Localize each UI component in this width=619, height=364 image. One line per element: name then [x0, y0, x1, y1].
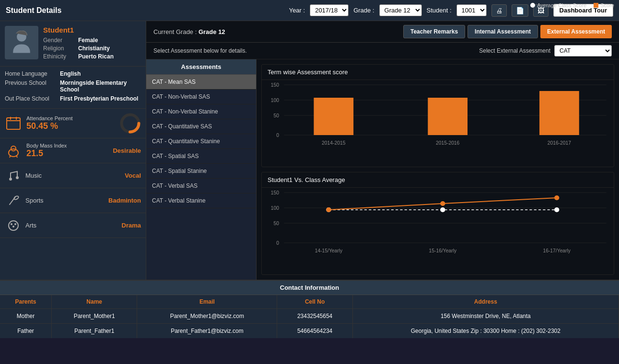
mother-parent: Mother	[0, 309, 52, 324]
sports-value: Badminton	[108, 197, 141, 204]
previous-school-label: Previous School	[5, 80, 60, 93]
sports-block: Sports Badminton	[0, 188, 146, 213]
current-grade-label: Current Grade :	[153, 28, 197, 35]
teacher-remarks-button[interactable]: Teacher Remarks	[403, 25, 465, 38]
charts-area: Term wise Assessment score 150 100 50	[257, 59, 619, 280]
assessment-item-cat-quantitative-sas[interactable]: CAT - Quantitative SAS	[146, 119, 256, 134]
header: Student Details Year : 2017/18 Grade : G…	[0, 0, 619, 21]
year-label: Year :	[289, 7, 305, 14]
assessment-item-cat-nonverbal-stanine[interactable]: CAT - Non-Verbal Stanine	[146, 104, 256, 119]
assessment-item-cat-mean-sas[interactable]: CAT - Mean SAS	[146, 75, 256, 90]
col-email: Email	[137, 295, 277, 309]
contact-table-header-row: Parents Name Email Cell No Address	[0, 295, 619, 309]
arts-value: Drama	[122, 222, 141, 229]
grade-select[interactable]: Grade 12	[379, 4, 422, 16]
svg-line-43	[443, 198, 557, 204]
svg-rect-29	[539, 91, 579, 135]
print-icon-button[interactable]: 🖨	[491, 4, 507, 17]
out-place-school-label: Out Place School	[5, 95, 60, 102]
mother-address: 156 Westminster Drive, NE, Atlanta	[352, 309, 619, 324]
avatar	[5, 26, 38, 59]
svg-text:15-16/Yearly: 15-16/Yearly	[429, 248, 457, 253]
bmi-value: 21.5	[26, 148, 108, 159]
assessment-buttons: Teacher Remarks Internal Assessment Exte…	[403, 25, 612, 38]
svg-text:2015-2016: 2015-2016	[436, 140, 460, 146]
contact-table-body: Mother Parent_Mother1 Parent_Mother1@biz…	[0, 309, 619, 339]
pdf-icon-button[interactable]: 📄	[512, 4, 528, 17]
out-place-school-row: Out Place School First Presbyterian Pres…	[5, 95, 141, 102]
home-language-value: English	[60, 70, 81, 77]
col-cell: Cell No	[277, 295, 352, 309]
student-name: Student1	[43, 26, 114, 34]
assessment-sub-label: Select Assessment below for details.	[153, 47, 247, 54]
svg-line-42	[328, 204, 443, 210]
previous-school-value: Morningside Elementary School	[60, 80, 141, 93]
religion-label: Religion	[43, 45, 74, 52]
grade-label: Grade :	[353, 7, 374, 14]
external-assessment-select[interactable]: CAT	[554, 45, 612, 57]
home-language-label: Home Language	[5, 70, 60, 77]
assessment-item-cat-nonverbal-sas[interactable]: CAT - Non-Verbal SAS	[146, 90, 256, 104]
page-title: Student Details	[6, 6, 289, 15]
assessment-item-cat-verbal-stanine[interactable]: CAT - Verbal Stanine	[146, 193, 256, 208]
comparison-chart-section: Student1 Vs. Class Average Average Class…	[261, 172, 614, 275]
svg-point-17	[14, 223, 16, 225]
assessment-item-cat-spatial-sas[interactable]: CAT - Spatial SAS	[146, 149, 256, 164]
mother-cell: 23432545654	[277, 309, 352, 324]
bmi-block: Body Mass Index 21.5 Desirable	[0, 138, 146, 163]
student-info: Student1 Gender Female Religion Christia…	[43, 26, 114, 61]
contact-row-father: Father Parent_Father1 Parent_Father1@biz…	[0, 324, 619, 339]
svg-text:150: 150	[271, 190, 280, 195]
svg-rect-28	[428, 98, 467, 135]
student-select[interactable]: 1001	[456, 4, 487, 16]
svg-text:16-17/Yearly: 16-17/Yearly	[543, 248, 571, 253]
attendance-value: 50.45 %	[26, 121, 115, 131]
assessments-list-header: Assessments	[146, 59, 256, 75]
assessment-subheader: Select Assessment below for details. Sel…	[146, 43, 619, 59]
comparison-chart-body: 150 100 50 0	[262, 188, 614, 273]
bmi-content: Body Mass Index 21.5	[26, 143, 108, 159]
svg-point-49	[554, 195, 559, 200]
sports-label: Sports	[25, 197, 108, 204]
attendance-block: Attendance Percent 50.45 %	[0, 109, 146, 138]
gender-value: Female	[78, 37, 98, 44]
assessment-item-cat-verbal-sas[interactable]: CAT - Verbal SAS	[146, 179, 256, 193]
internal-assessment-button[interactable]: Internal Assessment	[467, 25, 538, 38]
external-assessment-button[interactable]: External Assessment	[540, 25, 612, 38]
attendance-label: Attendance Percent	[26, 115, 115, 121]
attendance-content: Attendance Percent 50.45 %	[26, 115, 115, 131]
contact-table: Parents Name Email Cell No Address Mothe…	[0, 295, 619, 338]
svg-point-18	[12, 226, 14, 228]
sports-icon	[5, 192, 22, 209]
right-panel: Current Grade : Grade 12 Teacher Remarks…	[146, 21, 619, 280]
assessment-item-cat-quantitative-stanine[interactable]: CAT - Quantitative Stanine	[146, 134, 256, 149]
mother-name: Parent_Mother1	[52, 309, 137, 324]
religion-value: Christianity	[78, 45, 110, 52]
contact-section: Contact Information Parents Name Email C…	[0, 280, 619, 338]
svg-point-16	[11, 223, 12, 225]
assessment-item-cat-spatial-stanine[interactable]: CAT - Spatial Stanine	[146, 164, 256, 179]
arts-icon	[5, 217, 22, 234]
current-grade-value: Grade 12	[199, 28, 225, 35]
svg-point-46	[554, 207, 559, 212]
bmi-icon	[5, 142, 22, 159]
main-content: Student1 Gender Female Religion Christia…	[0, 21, 619, 280]
year-select[interactable]: 2017/18	[310, 4, 349, 16]
svg-text:2014-2015: 2014-2015	[322, 140, 346, 146]
svg-text:100: 100	[271, 98, 280, 103]
termwise-chart-body: 150 100 50 0 2014-2015 2015-2016 2016-20…	[262, 80, 614, 165]
comparison-chart-title: Student1 Vs. Class Average Average Class…	[262, 172, 614, 188]
comparison-chart-svg: 150 100 50 0	[264, 190, 611, 262]
col-name: Name	[52, 295, 137, 309]
svg-text:2016-2017: 2016-2017	[548, 140, 572, 146]
svg-point-14	[13, 195, 19, 200]
student-profile: Student1 Gender Female Religion Christia…	[0, 21, 146, 67]
father-parent: Father	[0, 324, 52, 339]
school-info: Home Language English Previous School Mo…	[0, 67, 146, 109]
ethnicity-value: Puerto Rican	[78, 53, 114, 60]
col-parents: Parents	[0, 295, 52, 309]
gender-label: Gender	[43, 37, 74, 44]
music-value: Vocal	[125, 172, 141, 179]
svg-text:0: 0	[276, 133, 279, 138]
assessment-body: Assessments CAT - Mean SAS CAT - Non-Ver…	[146, 59, 619, 280]
